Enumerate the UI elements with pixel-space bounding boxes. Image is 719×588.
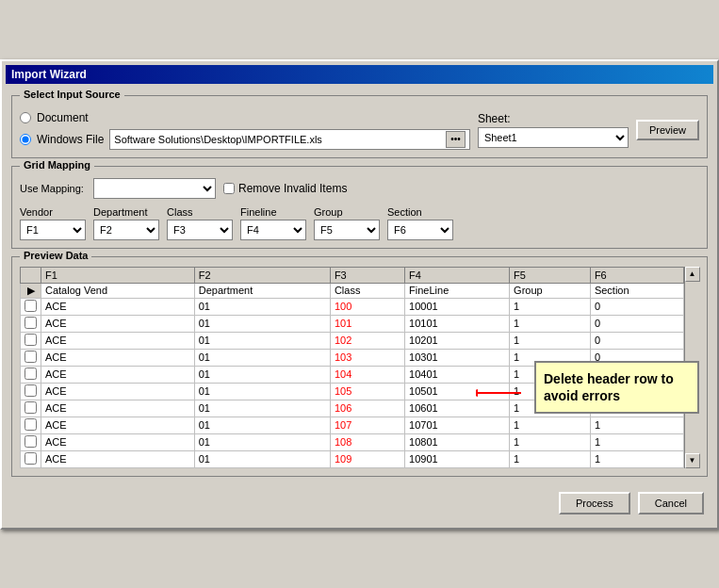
- table-cell: ACE: [41, 315, 195, 332]
- table-cell: 103: [330, 349, 404, 366]
- th-f1: F1: [41, 267, 195, 283]
- file-path-text: Software Solutions\Desktop\IMPORTFILE.xl…: [114, 134, 446, 145]
- windows-file-label: Windows File: [37, 133, 104, 146]
- input-source-group: Select Input Source Document Windows Fil…: [11, 95, 708, 158]
- table-cell: 1: [590, 450, 683, 467]
- table-cell: ACE: [41, 332, 195, 349]
- scroll-down-btn[interactable]: ▼: [685, 453, 700, 468]
- preview-button[interactable]: Preview: [636, 120, 699, 140]
- vendor-select[interactable]: F1: [20, 220, 86, 240]
- table-cell: 107: [330, 416, 404, 433]
- table-cell: 100: [330, 298, 404, 315]
- import-wizard-dialog: Import Wizard Select Input Source Docume…: [0, 59, 719, 530]
- row-checkbox[interactable]: [25, 418, 37, 431]
- row-checkbox[interactable]: [25, 334, 37, 346]
- group-label: Group: [314, 206, 380, 218]
- table-cell: ACE: [41, 383, 195, 400]
- table-cell: 1: [510, 450, 591, 467]
- table-cell: 10701: [405, 416, 510, 433]
- row-checkbox[interactable]: [25, 435, 37, 448]
- input-source-content: Document Windows File Software Solutions…: [20, 107, 699, 150]
- scroll-up-btn[interactable]: ▲: [685, 267, 700, 282]
- table-cell: 01: [194, 383, 330, 400]
- row-checkbox[interactable]: [25, 300, 37, 312]
- sheet-label: Sheet:: [478, 112, 511, 125]
- process-button[interactable]: Process: [559, 492, 630, 514]
- class-field: Class F3: [167, 206, 233, 240]
- table-cell: 1: [510, 416, 591, 433]
- use-mapping-label: Use Mapping:: [20, 183, 86, 194]
- section-select[interactable]: F6: [387, 220, 453, 240]
- cancel-button[interactable]: Cancel: [638, 492, 704, 514]
- table-cell: 10101: [405, 315, 510, 332]
- table-cell: 10801: [405, 433, 510, 450]
- row-checkbox[interactable]: [25, 384, 37, 397]
- grid-mapping-group: Grid Mapping Use Mapping: Remove Invalid…: [11, 166, 708, 249]
- grid-mapping-label: Grid Mapping: [20, 159, 94, 171]
- table-cell: 01: [194, 349, 330, 366]
- table-row: ACE011001000110: [21, 298, 684, 315]
- row-checkbox-cell: [21, 366, 41, 383]
- header-cell: Group: [510, 283, 591, 298]
- sheet-select[interactable]: Sheet1: [478, 127, 629, 148]
- table-cell: 1: [510, 298, 591, 315]
- row-checkbox-cell: [21, 450, 41, 467]
- table-cell: ACE: [41, 298, 195, 315]
- vendor-field: Vendor F1: [20, 206, 86, 240]
- callout-text: Delete header row to avoid errors: [534, 361, 699, 414]
- table-cell: ACE: [41, 433, 195, 450]
- table-cell: 01: [194, 332, 330, 349]
- table-cell: 01: [194, 433, 330, 450]
- group-select[interactable]: F5: [314, 220, 380, 240]
- table-row: ACE011071070111: [21, 416, 684, 433]
- preview-data-group: Preview Data F1 F2 F3 F4 F5 F6: [11, 256, 708, 477]
- table-cell: ACE: [41, 400, 195, 416]
- ellipsis-button[interactable]: •••: [446, 131, 466, 148]
- table-cell: 01: [194, 366, 330, 383]
- class-select[interactable]: F3: [167, 220, 233, 240]
- remove-invalid-row: Remove Invalid Items: [223, 182, 347, 195]
- bottom-buttons: Process Cancel: [11, 484, 708, 518]
- table-cell: 105: [330, 383, 404, 400]
- table-cell: 1: [510, 332, 591, 349]
- table-cell: 109: [330, 450, 404, 467]
- table-cell: 01: [194, 416, 330, 433]
- department-label: Department: [93, 206, 159, 218]
- table-cell: 0: [590, 332, 683, 349]
- remove-invalid-checkbox[interactable]: [223, 183, 235, 194]
- mapping-select[interactable]: [93, 178, 216, 199]
- table-cell: 10201: [405, 332, 510, 349]
- document-radio[interactable]: [20, 112, 31, 123]
- table-row: ACE011011010110: [21, 315, 684, 332]
- table-cell: 10901: [405, 450, 510, 467]
- table-cell: 0: [590, 298, 683, 315]
- table-cell: 1: [510, 315, 591, 332]
- windows-file-radio[interactable]: [20, 134, 31, 145]
- table-row: ACE011021020110: [21, 332, 684, 349]
- row-checkbox-cell: [21, 349, 41, 366]
- row-checkbox[interactable]: [25, 351, 37, 363]
- remove-invalid-label: Remove Invalid Items: [238, 182, 347, 195]
- row-checkbox[interactable]: [25, 401, 37, 414]
- row-checkbox[interactable]: [25, 452, 37, 465]
- vendor-label: Vendor: [20, 206, 86, 218]
- table-cell: 106: [330, 400, 404, 416]
- row-checkbox[interactable]: [25, 317, 37, 329]
- table-cell: 10301: [405, 349, 510, 366]
- header-cell: FineLine: [405, 283, 510, 298]
- dialog-title: Import Wizard: [11, 68, 87, 81]
- table-cell: 01: [194, 298, 330, 315]
- th-checkbox: [21, 267, 41, 283]
- th-f4: F4: [405, 267, 510, 283]
- table-cell: 01: [194, 400, 330, 416]
- fineline-select[interactable]: F4: [240, 220, 306, 240]
- table-cell: 0: [590, 315, 683, 332]
- table-cell: 10401: [405, 366, 510, 383]
- fineline-field: Fineline F4: [240, 206, 306, 240]
- row-checkbox[interactable]: [25, 368, 37, 380]
- header-cell: Catalog Vend: [41, 283, 195, 298]
- department-select[interactable]: F2: [93, 220, 159, 240]
- th-f2: F2: [194, 267, 330, 283]
- row-checkbox-cell: [21, 298, 41, 315]
- header-cell: Section: [590, 283, 683, 298]
